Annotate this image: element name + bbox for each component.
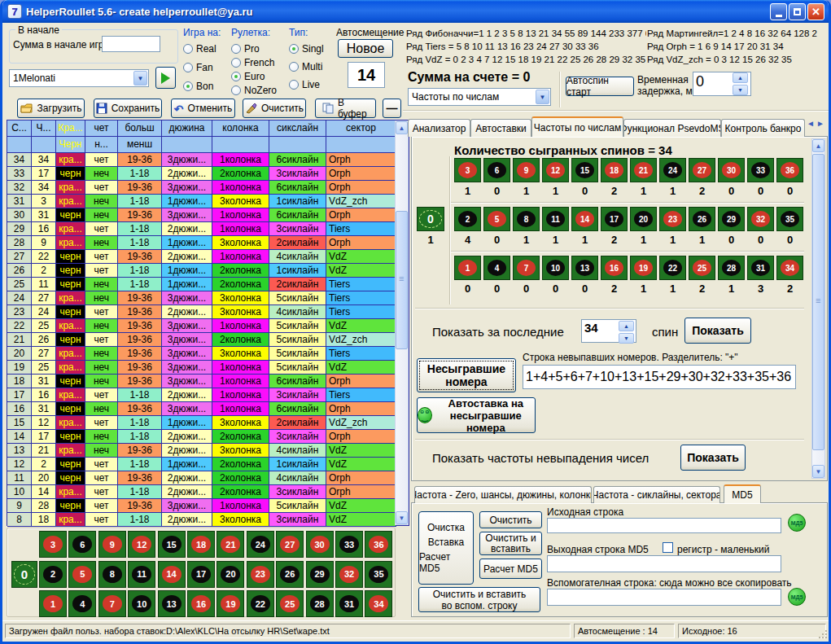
table-row[interactable]: 1925кра...неч19-363дюжи...1колонка5сикла… (7, 361, 409, 375)
board-number-8[interactable]: 8 (513, 207, 540, 231)
board-number-34[interactable]: 34 (776, 256, 803, 280)
board-number-29[interactable]: 29 (718, 207, 745, 231)
board-number-12[interactable]: 12 (128, 531, 155, 558)
table-scrollbar[interactable]: ▲ ▼ (395, 120, 409, 525)
tab-3[interactable]: Частоты по числам (531, 116, 623, 137)
table-row[interactable]: 818кра...чет1-182дюжи...3колонка3сиклайн… (7, 513, 409, 527)
autospin-start-button[interactable]: Автоспин старт (566, 77, 634, 96)
board-number-19[interactable]: 19 (216, 590, 244, 617)
show-last-spinner[interactable]: ▲▼ (619, 321, 634, 344)
close-button[interactable]: ✕ (807, 3, 824, 20)
table-row[interactable]: 2722чернчет19-362дюжи...1колонка4сиклайн… (7, 250, 409, 264)
board-number-27[interactable]: 27 (276, 531, 304, 558)
table-row[interactable]: 122чернчет1-181дюжи...2колонка1сиклайнVd… (7, 458, 409, 471)
board-number-12[interactable]: 12 (542, 158, 569, 182)
board-number-21[interactable]: 21 (630, 158, 657, 182)
table-row[interactable]: 1631черннеч19-363дюжи...1колонка6сиклайн… (7, 402, 409, 416)
md5-clear-button[interactable]: Очистить (479, 511, 542, 528)
board-number-16[interactable]: 16 (187, 590, 215, 617)
сохранить-button[interactable]: Сохранить (94, 99, 162, 118)
md5-group-button[interactable]: ОчисткаВставкаРасчет MD5 (418, 511, 474, 585)
board-number-25[interactable]: 25 (276, 590, 304, 617)
radio-Live[interactable]: Live (289, 79, 333, 90)
board-number-28[interactable]: 28 (718, 256, 745, 280)
board-number-5[interactable]: 5 (68, 561, 96, 588)
md5-aux-input[interactable] (547, 589, 781, 606)
board-number-0[interactable]: 0 (417, 207, 444, 231)
board-number-26[interactable]: 26 (689, 207, 715, 231)
board-number-7[interactable]: 7 (513, 256, 540, 280)
board-number-10[interactable]: 10 (128, 590, 155, 617)
board-number-11[interactable]: 11 (128, 561, 155, 588)
md5-aux-run-icon[interactable]: МД5 (788, 588, 806, 606)
preset-combobox[interactable]: 1Melonati ▼ (9, 69, 149, 87)
board-number-35[interactable]: 35 (776, 207, 803, 231)
unplayed-string-value[interactable]: 1+4+5+6+7+10+13+15+29+30+32+33+35+36 (523, 365, 796, 389)
radio-French[interactable]: French (231, 57, 285, 68)
board-number-32[interactable]: 32 (335, 561, 363, 588)
board-number-31[interactable]: 31 (747, 256, 774, 280)
md5-calc-button[interactable]: Расчет MD5 (479, 559, 542, 579)
radio-Multi[interactable]: Multi (289, 61, 333, 72)
radio-Bon[interactable]: Bon (183, 81, 229, 92)
md5-clear-paste-aux-button[interactable]: Очистить и вставитьво вспом. строку (418, 587, 540, 612)
radio-Fan[interactable]: Fan (183, 62, 229, 73)
table-row[interactable]: 1417черннеч1-182дюжи...2колонка3сиклайнO… (7, 430, 409, 444)
board-number-35[interactable]: 35 (365, 561, 392, 588)
board-number-19[interactable]: 19 (630, 256, 657, 280)
board-number-28[interactable]: 28 (306, 590, 334, 617)
table-row[interactable]: 1014кра...чет1-182дюжи...2колонка3сиклай… (7, 485, 409, 499)
table-row[interactable]: 2126чернчет19-363дюжи...2колонка5сиклайн… (7, 333, 409, 347)
board-number-7[interactable]: 7 (98, 590, 126, 617)
show-last-button[interactable]: Показать (684, 318, 751, 344)
board-number-11[interactable]: 11 (542, 207, 569, 231)
radio-Real[interactable]: Real (183, 43, 229, 55)
autobet-unplayed-button[interactable]: Автоставка нанесыгравшие номера (417, 397, 536, 433)
table-row[interactable]: 2511черннеч1-181дюжи...2колонка2сиклайнT… (7, 278, 409, 291)
board-number-6[interactable]: 6 (483, 158, 510, 182)
table-row[interactable]: 262чернчет1-181дюжи...2колонка1сиклайнVd… (7, 264, 409, 278)
board-number-27[interactable]: 27 (689, 158, 715, 182)
board-number-36[interactable]: 36 (776, 158, 803, 182)
table-row[interactable]: 1512кра...чет1-181дюжи...3колонка2сиклай… (7, 416, 409, 430)
table-row[interactable]: 1321кра...неч19-362дюжи...3колонка4сикла… (7, 444, 409, 458)
board-number-33[interactable]: 33 (747, 158, 774, 182)
board-number-29[interactable]: 29 (306, 561, 334, 588)
chevron-down-icon[interactable]: ▼ (536, 90, 549, 104)
tab-scroll-buttons[interactable]: ◄ ► (807, 119, 829, 134)
board-number-2[interactable]: 2 (39, 561, 67, 588)
board-number-0[interactable]: 0 (11, 561, 37, 588)
board-number-4[interactable]: 4 (68, 590, 96, 617)
board-number-33[interactable]: 33 (335, 531, 363, 558)
table-row[interactable]: 928чернчет19-363дюжи...1колонка5сиклайнV… (7, 499, 409, 513)
board-number-4[interactable]: 4 (483, 256, 510, 280)
bottom-tab-3[interactable]: MD5 (724, 484, 761, 503)
md5-clear-paste-button[interactable]: Очистить ивставить (479, 532, 542, 555)
board-number-21[interactable]: 21 (216, 531, 244, 558)
board-number-22[interactable]: 22 (659, 256, 686, 280)
radio-Euro[interactable]: Euro (231, 71, 285, 82)
table-row[interactable]: 2027кра...неч19-363дюжи...3колонка5сикла… (7, 347, 409, 361)
board-number-14[interactable]: 14 (571, 207, 598, 231)
maximize-button[interactable] (789, 3, 806, 20)
unplayed-numbers-button[interactable]: Несыгравшие номера (417, 358, 516, 392)
board-number-36[interactable]: 36 (365, 531, 392, 558)
board-number-20[interactable]: 20 (630, 207, 657, 231)
отменить-button[interactable]: ↶Отменить (171, 99, 235, 118)
board-number-18[interactable]: 18 (601, 158, 628, 182)
board-number-5[interactable]: 5 (483, 207, 510, 231)
tab-4[interactable]: Функционал PsevdoMS (623, 119, 721, 137)
board-number-8[interactable]: 8 (98, 561, 126, 588)
table-row[interactable]: 3317черннеч1-182дюжи...2колонка3сиклайнO… (7, 167, 409, 181)
в буфер-button[interactable]: В буфер (315, 99, 376, 118)
minimize-button[interactable] (770, 3, 787, 20)
table-row[interactable]: 313кра...неч1-181дюжи...3колонка1сиклайн… (7, 195, 409, 208)
board-number-23[interactable]: 23 (247, 561, 274, 588)
board-number-23[interactable]: 23 (659, 207, 686, 231)
new-button[interactable]: Новое (338, 39, 393, 58)
board-number-24[interactable]: 24 (247, 531, 274, 558)
board-number-9[interactable]: 9 (98, 531, 126, 558)
table-row[interactable]: 3434кра...чет19-363дюжи...1колонка6сикла… (7, 153, 409, 167)
radio-Pro[interactable]: Pro (231, 43, 285, 55)
tab-2[interactable]: Автоставки (470, 119, 531, 137)
